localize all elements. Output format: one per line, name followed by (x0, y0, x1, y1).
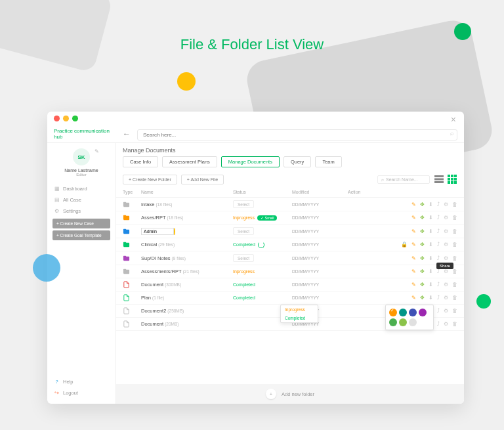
row-name[interactable]: Clinical(29 files) (141, 242, 233, 247)
pen-icon[interactable]: ✎ (411, 202, 416, 207)
download-icon[interactable]: ⬇ (429, 282, 433, 288)
trash-icon[interactable]: 🗑 (452, 308, 457, 314)
nav-item[interactable]: ▦Dashboard (54, 183, 109, 194)
grid-view-icon[interactable] (447, 174, 457, 184)
search-icon[interactable]: ⌕ (450, 130, 453, 137)
move-icon[interactable]: ✥ (420, 269, 425, 274)
color-swatch[interactable] (409, 318, 417, 326)
download-icon[interactable]: ⬇ (429, 242, 433, 247)
share-icon[interactable]: ⤴ (437, 242, 440, 247)
sidebar-action-button[interactable]: + Create Goal Template (52, 230, 110, 240)
row-name[interactable]: Document(300MB) (141, 282, 233, 288)
status-dropdown[interactable]: Inprogress Completed (280, 305, 318, 323)
nav-item[interactable]: ▤All Case (54, 194, 109, 205)
share-icon[interactable]: ⤴ (437, 269, 440, 274)
trash-icon[interactable]: 🗑 (452, 255, 457, 261)
row-name[interactable] (141, 228, 233, 235)
color-swatch[interactable] (419, 309, 427, 316)
color-swatch[interactable] (399, 318, 407, 326)
download-icon[interactable]: ⬇ (429, 295, 433, 301)
create-folder-button[interactable]: + Create New Folder (123, 175, 177, 184)
lock-icon[interactable]: 🔒 (401, 242, 408, 247)
trash-icon[interactable]: 🗑 (452, 228, 457, 234)
trash-icon[interactable]: 🗑 (452, 295, 457, 301)
avatar[interactable]: SK (73, 148, 90, 165)
move-icon[interactable]: ✥ (420, 242, 425, 247)
gear-icon[interactable]: ⚙ (444, 269, 448, 274)
tab[interactable]: Query (284, 156, 311, 167)
nav-item[interactable]: ⚙Settings (54, 205, 109, 217)
row-name[interactable]: Assessments/RPT(21 files) (141, 269, 233, 274)
trash-icon[interactable]: 🗑 (452, 269, 457, 274)
download-icon[interactable]: ⬇ (429, 202, 433, 207)
color-swatch[interactable] (389, 318, 397, 326)
row-name[interactable]: Document2(250MB) (141, 308, 233, 314)
tab[interactable]: Assessment Plans (162, 156, 217, 167)
share-icon[interactable]: ⤴ (437, 215, 440, 221)
gear-icon[interactable]: ⚙ (444, 321, 448, 327)
add-folder-footer[interactable]: + Add new folder (116, 384, 464, 404)
status-select[interactable]: Select (233, 200, 254, 208)
download-icon[interactable]: ⬇ (429, 255, 433, 261)
pen-icon[interactable]: ✎ (411, 228, 416, 234)
add-file-button[interactable]: + Add New File (181, 175, 224, 184)
share-icon[interactable]: ⤴ (437, 282, 440, 288)
gear-icon[interactable]: ⚙ (444, 202, 448, 207)
gear-icon[interactable]: ⚙ (444, 228, 448, 234)
download-icon[interactable]: ⬇ (429, 269, 433, 274)
nav-item[interactable]: ↪Logout (54, 387, 109, 398)
row-name[interactable]: Sup/DI Notes(8 files) (141, 255, 233, 261)
sidebar-action-button[interactable]: + Create New Case (52, 219, 110, 228)
row-name[interactable]: Plan(1 file) (141, 295, 233, 301)
status-select[interactable]: Select (233, 227, 254, 235)
name-search[interactable]: ⌕Search Name... (377, 175, 430, 184)
share-icon[interactable]: ⤴ (437, 228, 440, 234)
download-icon[interactable]: ⬇ (429, 228, 433, 234)
color-palette-popover[interactable] (385, 305, 434, 330)
trash-icon[interactable]: 🗑 (452, 202, 457, 207)
pen-icon[interactable]: ✎ (411, 215, 416, 221)
nav-item[interactable]: ?Help (54, 376, 109, 387)
tab[interactable]: Team (315, 156, 341, 167)
pen-icon[interactable]: ✎ (411, 269, 416, 274)
color-swatch[interactable] (409, 309, 417, 316)
move-icon[interactable]: ✥ (420, 202, 425, 207)
share-icon[interactable]: ⤴ (437, 295, 440, 301)
trash-icon[interactable]: 🗑 (452, 242, 457, 247)
status-select[interactable]: Select (233, 254, 254, 262)
share-icon[interactable]: ⤴ (437, 255, 440, 261)
tab[interactable]: Case Info (123, 156, 158, 167)
trash-icon[interactable]: 🗑 (452, 282, 457, 288)
rename-input[interactable] (141, 228, 174, 235)
trash-icon[interactable]: 🗑 (452, 321, 457, 327)
gear-icon[interactable]: ⚙ (444, 295, 448, 301)
gear-icon[interactable]: ⚙ (444, 215, 448, 221)
gear-icon[interactable]: ⚙ (444, 308, 448, 314)
download-icon[interactable]: ⬇ (429, 215, 433, 221)
gear-icon[interactable]: ⚙ (444, 282, 448, 288)
share-icon[interactable]: ⤴ (437, 321, 440, 327)
color-swatch[interactable] (399, 309, 407, 316)
move-icon[interactable]: ✥ (420, 282, 425, 288)
list-view-icon[interactable] (434, 174, 444, 184)
move-icon[interactable]: ✥ (420, 228, 425, 234)
gear-icon[interactable]: ⚙ (444, 242, 448, 247)
tab[interactable]: Manage Documents (221, 156, 280, 167)
row-name[interactable]: Document(20MB) (141, 321, 233, 327)
pen-icon[interactable]: ✎ (411, 282, 416, 288)
move-icon[interactable]: ✥ (420, 295, 425, 301)
back-button[interactable]: ← (123, 129, 131, 139)
row-name[interactable]: Asses/RPT(18 files) (141, 215, 233, 221)
pen-icon[interactable]: ✎ (411, 242, 416, 247)
search-input[interactable] (137, 129, 457, 140)
share-icon[interactable]: ⤴ (437, 202, 440, 207)
pen-icon[interactable]: ✎ (411, 295, 416, 301)
share-icon[interactable]: ⤴ (437, 308, 440, 314)
row-name[interactable]: Intake(18 files) (141, 202, 233, 207)
color-swatch[interactable] (389, 309, 397, 316)
trash-icon[interactable]: 🗑 (452, 215, 457, 221)
close-icon[interactable]: × (451, 114, 456, 125)
gear-icon[interactable]: ⚙ (444, 255, 448, 261)
pen-icon[interactable]: ✎ (411, 255, 416, 261)
traffic-lights[interactable] (54, 116, 78, 121)
